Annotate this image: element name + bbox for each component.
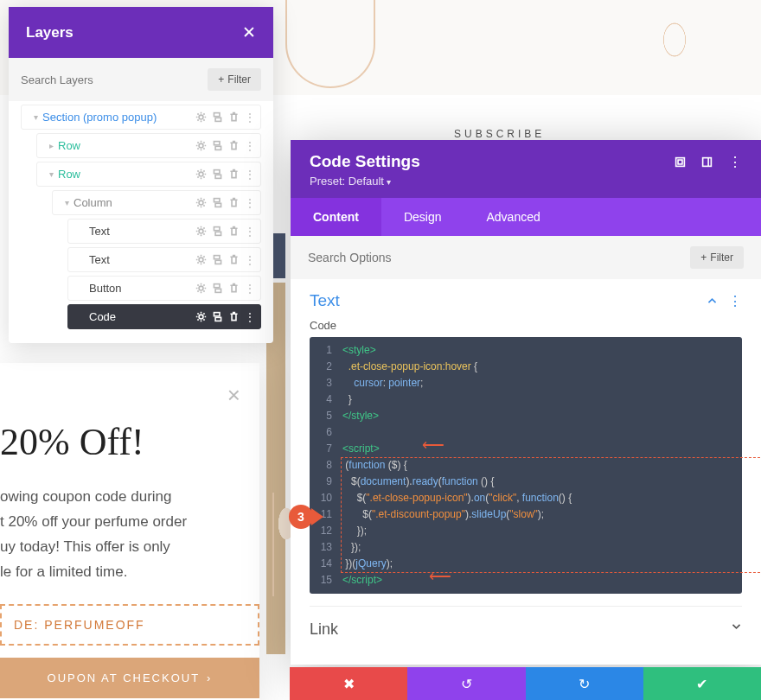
svg-rect-11 (215, 203, 221, 207)
apply-coupon-button[interactable]: OUPON AT CHECKOUT› (0, 658, 259, 698)
redo-button[interactable]: ↻ (526, 667, 643, 700)
layer-row[interactable]: ▾ Row ⋮ (36, 162, 261, 187)
layers-title: Layers (26, 24, 74, 41)
gear-icon[interactable] (195, 111, 207, 123)
gear-icon[interactable] (195, 169, 207, 180)
layer-row[interactable]: ▾ Column ⋮ (52, 190, 261, 215)
duplicate-icon[interactable] (212, 283, 223, 294)
trash-icon[interactable] (228, 140, 240, 151)
layers-panel: Layers ✕ +Filter ▾ Section (promo popup)… (9, 7, 273, 343)
menu-icon[interactable]: ⋮ (245, 226, 255, 238)
menu-icon[interactable]: ⋮ (245, 254, 255, 266)
svg-rect-5 (215, 146, 221, 150)
layer-row[interactable]: Text ⋮ (67, 247, 261, 272)
svg-point-21 (199, 315, 203, 319)
gear-icon[interactable] (195, 226, 207, 237)
svg-point-6 (199, 172, 203, 176)
caret-icon[interactable]: ▾ (46, 169, 56, 179)
svg-rect-20 (215, 289, 221, 292)
menu-icon[interactable]: ⋮ (245, 140, 255, 152)
caret-icon[interactable]: ▸ (46, 141, 56, 150)
search-layers-input[interactable] (21, 73, 199, 86)
gear-icon[interactable] (195, 140, 207, 151)
duplicate-icon[interactable] (212, 311, 223, 322)
trash-icon[interactable] (228, 283, 240, 294)
trash-icon[interactable] (228, 111, 240, 123)
close-icon[interactable]: ✕ (242, 22, 256, 42)
promo-body: owing coupon code during t 20% off your … (0, 485, 259, 585)
menu-icon[interactable]: ⋮ (245, 169, 255, 181)
menu-icon[interactable]: ⋮ (245, 311, 255, 323)
save-button[interactable]: ✔ (643, 667, 761, 700)
duplicate-icon[interactable] (212, 197, 223, 208)
filter-button[interactable]: +Filter (690, 246, 744, 269)
trash-icon[interactable] (228, 311, 240, 322)
gear-icon[interactable] (195, 283, 207, 294)
svg-rect-13 (214, 227, 220, 231)
preset-dropdown[interactable]: Preset: Default (310, 175, 742, 188)
annotation-badge: 3 (289, 505, 313, 529)
filter-button[interactable]: +Filter (208, 68, 261, 91)
undo-button[interactable]: ↺ (407, 667, 525, 700)
svg-point-18 (199, 286, 203, 290)
gear-icon[interactable] (195, 254, 207, 265)
coupon-code: DE: PERFUMEOFF (0, 604, 259, 646)
promo-headline: 20% Off! (0, 420, 259, 464)
trash-icon[interactable] (228, 226, 240, 237)
layer-row[interactable]: Button ⋮ (67, 276, 261, 301)
layer-row[interactable]: Text ⋮ (67, 219, 261, 244)
section-title-text: Text (310, 291, 340, 310)
layer-label: Row (58, 168, 195, 181)
trash-icon[interactable] (228, 197, 240, 208)
layer-row[interactable]: ▾ Section (promo popup) ⋮ (21, 105, 261, 130)
collapse-icon[interactable] (707, 296, 718, 307)
chevron-right-icon: › (207, 671, 212, 684)
modal-title: Code Settings (310, 152, 420, 171)
tab-advanced[interactable]: Advanced (464, 198, 562, 236)
expand-icon[interactable] (675, 156, 686, 168)
duplicate-icon[interactable] (212, 140, 223, 151)
duplicate-icon[interactable] (212, 226, 223, 237)
code-editor[interactable]: 123456789101112131415 <style> .et-close-… (310, 337, 742, 594)
gear-icon[interactable] (195, 311, 207, 322)
annotation-arrow-icon: ⟵ (429, 569, 451, 585)
svg-rect-23 (215, 317, 221, 321)
trash-icon[interactable] (228, 254, 240, 265)
svg-rect-14 (215, 232, 221, 235)
panel-icon[interactable] (701, 156, 713, 168)
svg-rect-8 (215, 175, 221, 178)
duplicate-icon[interactable] (212, 111, 223, 123)
caret-icon[interactable]: ▾ (61, 198, 72, 207)
svg-point-12 (199, 229, 203, 233)
menu-icon[interactable]: ⋮ (245, 197, 255, 209)
menu-icon[interactable]: ⋮ (245, 111, 255, 124)
section-title-link[interactable]: Link (310, 620, 338, 639)
duplicate-icon[interactable] (212, 254, 223, 265)
layer-label: Text (89, 253, 195, 266)
cancel-button[interactable]: ✖ (290, 667, 407, 700)
menu-icon[interactable]: ⋮ (728, 154, 742, 170)
plus-icon: + (700, 251, 707, 264)
menu-icon[interactable]: ⋮ (245, 283, 255, 295)
chevron-down-icon[interactable] (731, 620, 742, 639)
duplicate-icon[interactable] (212, 169, 223, 180)
svg-rect-22 (214, 313, 220, 316)
svg-rect-16 (214, 256, 220, 259)
layer-row[interactable]: ▸ Row ⋮ (36, 133, 261, 158)
svg-rect-25 (678, 160, 682, 164)
search-options-input[interactable] (308, 251, 459, 264)
layer-label: Column (74, 196, 195, 209)
caret-icon[interactable]: ▾ (30, 112, 41, 122)
tab-design[interactable]: Design (381, 198, 464, 236)
tab-content[interactable]: Content (291, 198, 381, 236)
layer-row[interactable]: Code ⋮ (67, 304, 261, 329)
trash-icon[interactable] (228, 169, 240, 180)
close-icon[interactable]: × (227, 382, 240, 409)
svg-rect-4 (214, 142, 220, 145)
menu-icon[interactable]: ⋮ (728, 293, 742, 309)
svg-rect-19 (214, 284, 220, 288)
layer-label: Row (58, 139, 195, 152)
annotation-arrow-icon: ⟵ (422, 437, 444, 454)
gear-icon[interactable] (195, 197, 207, 208)
code-settings-modal: Code Settings ⋮ Preset: Default Content … (291, 140, 761, 665)
